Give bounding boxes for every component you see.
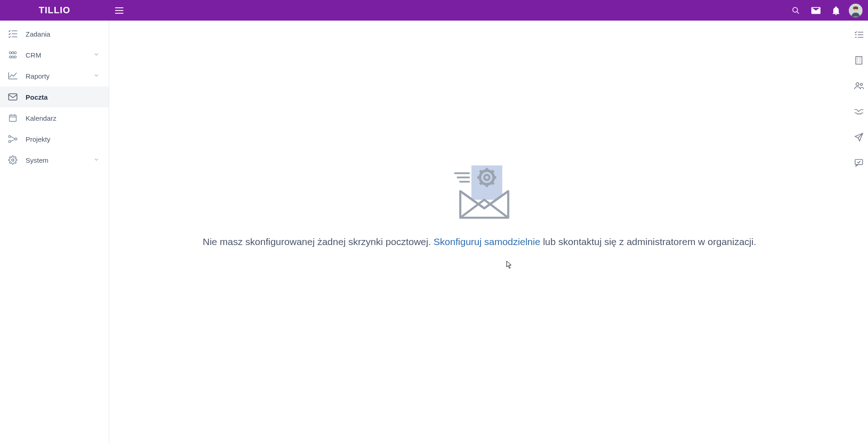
rail-handshake-button[interactable]	[853, 106, 865, 117]
cursor-icon	[506, 261, 513, 269]
calendar-icon	[8, 113, 17, 123]
sidebar-item-label: Raporty	[26, 72, 93, 80]
sidebar-item-projekty[interactable]: Projekty	[0, 128, 109, 149]
svg-rect-57	[855, 160, 863, 165]
nodes-icon	[8, 134, 17, 144]
right-rail	[850, 21, 868, 443]
empty-state: Nie masz skonfigurowanej żadnej skrzynki…	[203, 158, 757, 249]
sidebar-item-label: Kalendarz	[26, 114, 101, 122]
mail-button[interactable]	[806, 0, 826, 21]
svg-point-21	[9, 135, 11, 138]
checklist-icon	[854, 31, 863, 38]
empty-state-suffix: lub skontaktuj się z administratorem w o…	[540, 236, 757, 247]
sidebar-item-label: Zadania	[26, 30, 101, 38]
svg-line-4	[797, 11, 799, 14]
sidebar-item-label: Poczta	[26, 93, 101, 101]
main-content: Nie masz skonfigurowanej żadnej skrzynki…	[109, 21, 850, 443]
rail-send-button[interactable]	[853, 131, 865, 143]
sidebar-item-poczta[interactable]: Poczta	[0, 86, 109, 107]
svg-point-26	[12, 159, 14, 161]
rail-chat-button[interactable]	[853, 157, 865, 169]
svg-point-10	[9, 52, 11, 54]
empty-state-prefix: Nie masz skonfigurowanej żadnej skrzynki…	[203, 236, 434, 247]
chevron-down-icon	[93, 156, 101, 164]
hamburger-icon	[115, 7, 123, 14]
topbar: TILLIO	[0, 0, 868, 21]
people-icon	[8, 50, 17, 59]
avatar-icon	[849, 4, 863, 17]
logo-wrap: TILLIO	[0, 0, 109, 21]
sidebar-item-zadania[interactable]: Zadania	[0, 23, 109, 44]
app-logo[interactable]: TILLIO	[39, 5, 70, 16]
chevron-down-icon	[93, 51, 101, 59]
sidebar-item-label: System	[26, 156, 93, 164]
sidebar-item-label: CRM	[26, 51, 93, 59]
sidebar-item-kalendarz[interactable]: Kalendarz	[0, 107, 109, 128]
svg-point-15	[14, 56, 16, 58]
checklist-icon	[8, 29, 17, 38]
svg-line-36	[480, 182, 482, 184]
sidebar-item-label: Projekty	[26, 135, 101, 143]
mail-icon	[811, 7, 820, 14]
search-icon	[792, 6, 800, 15]
svg-line-34	[480, 171, 482, 173]
bell-icon	[832, 6, 840, 15]
sidebar: Zadania CRM Raporty Poczta	[0, 21, 109, 443]
svg-rect-16	[9, 94, 17, 100]
configure-mailbox-link[interactable]: Skonfiguruj samodzielnie	[434, 236, 540, 247]
chart-line-icon	[8, 71, 17, 80]
user-avatar[interactable]	[849, 4, 863, 17]
svg-point-12	[14, 52, 16, 54]
svg-line-24	[11, 137, 15, 139]
empty-mail-illustration	[450, 158, 509, 222]
rail-building-button[interactable]	[853, 54, 865, 66]
sidebar-item-raporty[interactable]: Raporty	[0, 65, 109, 86]
search-button[interactable]	[786, 0, 806, 21]
svg-line-25	[11, 139, 15, 142]
empty-state-text: Nie masz skonfigurowanej żadnej skrzynki…	[203, 235, 757, 249]
notifications-button[interactable]	[826, 0, 846, 21]
chevron-down-icon	[93, 72, 101, 80]
svg-point-14	[12, 56, 14, 58]
svg-point-54	[856, 83, 859, 85]
svg-point-11	[12, 52, 14, 54]
svg-point-23	[15, 138, 17, 140]
svg-point-3	[793, 7, 798, 12]
sidebar-toggle-button[interactable]	[109, 0, 129, 21]
paper-plane-icon	[854, 133, 863, 142]
building-icon	[855, 56, 863, 65]
svg-line-37	[491, 171, 493, 173]
sidebar-item-system[interactable]: System	[0, 149, 109, 171]
svg-line-35	[491, 182, 493, 184]
people-group-icon	[854, 82, 864, 90]
svg-point-22	[9, 140, 11, 143]
rail-people-button[interactable]	[853, 80, 865, 92]
rail-tasks-button[interactable]	[853, 29, 865, 41]
sidebar-item-crm[interactable]: CRM	[0, 44, 109, 65]
chat-check-icon	[854, 159, 863, 167]
svg-point-55	[860, 84, 863, 86]
handshake-icon	[854, 108, 864, 115]
envelope-icon	[8, 92, 17, 101]
svg-point-13	[9, 56, 11, 58]
gear-icon	[8, 155, 17, 165]
svg-rect-17	[10, 115, 16, 122]
svg-rect-47	[856, 57, 862, 64]
